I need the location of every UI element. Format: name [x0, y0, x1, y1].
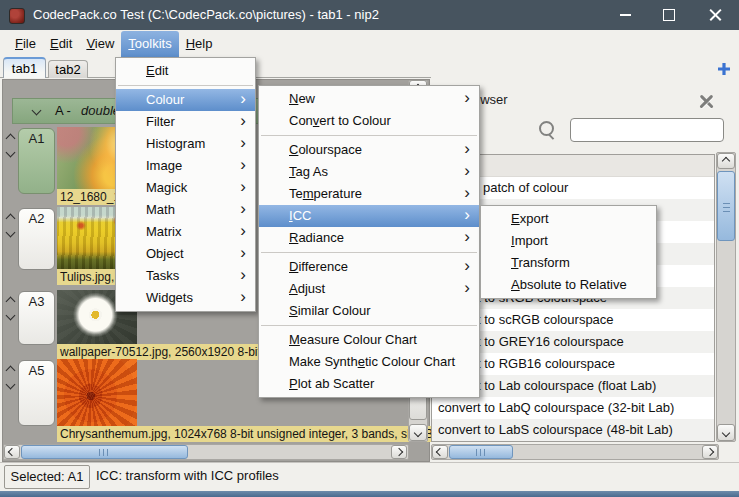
colour-menu-item-plot-ab-scatter[interactable]: Plot ab Scatter — [259, 373, 479, 395]
row-label-A3[interactable]: A3 — [18, 291, 55, 345]
colour-menu-item-measure-colour-chart[interactable]: Measure Colour Chart — [259, 329, 479, 351]
app-icon[interactable] — [9, 8, 25, 24]
toolkits-menu-item-magick[interactable]: Magick› — [116, 177, 255, 199]
menu-item-label: Export — [511, 211, 549, 226]
scroll-down-button[interactable] — [409, 424, 427, 441]
colour-menu-item-radiance[interactable]: Radiance› — [259, 227, 479, 249]
colour-menu-item-tag-as[interactable]: Tag As› — [259, 161, 479, 183]
browser-vertical-scroll-thumb[interactable] — [717, 171, 735, 241]
scroll-left-button[interactable] — [4, 445, 20, 459]
toolkits-menu-item-tasks[interactable]: Tasks› — [116, 265, 255, 287]
row-up-spinner[interactable] — [3, 295, 17, 308]
submenu-arrow-icon: › — [240, 176, 246, 198]
row-up-spinner[interactable] — [3, 364, 17, 377]
scroll-right-button[interactable] — [391, 445, 407, 459]
menu-item-label: Image — [146, 158, 182, 173]
colour-menu-item-temperature[interactable]: Temperature› — [259, 183, 479, 205]
menu-item-label: Convert to Colour — [289, 113, 391, 128]
colour-menu-item-similar-colour[interactable]: Similar Colour — [259, 300, 479, 322]
browser-row[interactable]: convert to LabS colourspace (48-bit Lab) — [432, 419, 714, 441]
menu-item-label: Object — [146, 246, 184, 261]
toolkits-menu-item-object[interactable]: Object› — [116, 243, 255, 265]
row-down-spinner[interactable] — [3, 226, 17, 239]
colour-menu-item-adjust[interactable]: Adjust› — [259, 278, 479, 300]
toolkits-menu-item-histogram[interactable]: Histogram› — [116, 133, 255, 155]
browser-close-icon[interactable] — [699, 94, 714, 109]
row-down-spinner[interactable] — [3, 309, 17, 322]
menu-item-label: Colour — [146, 92, 184, 107]
menubar-item-edit[interactable]: Edit — [43, 31, 79, 57]
browser-horizontal-scroll-thumb[interactable] — [449, 445, 513, 459]
browser-row[interactable]: convert to LabQ colourspace (32-bit Lab) — [432, 397, 714, 419]
add-tab-button[interactable] — [714, 59, 734, 79]
toolkits-menu-item-filter[interactable]: Filter› — [116, 111, 255, 133]
submenu-arrow-icon: › — [240, 242, 246, 264]
menu-item-label: Widgets — [146, 290, 193, 305]
colour-menu-item-make-synthetic-colour-chart[interactable]: Make Synthetic Colour Chart — [259, 351, 479, 373]
scroll-up-button[interactable] — [717, 153, 735, 169]
thumb-grip — [99, 449, 110, 456]
row-down-spinner[interactable] — [3, 146, 17, 159]
toolkits-menu-item-edit[interactable]: Edit — [116, 60, 255, 82]
menu-item-label: Similar Colour — [289, 303, 371, 318]
toolkits-menu-item-colour[interactable]: Colour› — [116, 89, 255, 111]
menu-item-label: New — [289, 91, 315, 106]
tab-tab2[interactable]: tab2 — [48, 60, 88, 78]
window-title: CodecPack.co Test (C:\CodecPack.co\pictu… — [33, 0, 379, 30]
colour-menu-item-icc[interactable]: ICC› — [259, 205, 479, 227]
menu-item-label: Tasks — [146, 268, 179, 283]
close-button[interactable] — [698, 0, 732, 30]
colour-menu-item-difference[interactable]: Difference› — [259, 256, 479, 278]
row-label-A5[interactable]: A5 — [18, 360, 55, 426]
toolkits-menu-item-math[interactable]: Math› — [116, 199, 255, 221]
submenu-arrow-icon: › — [464, 138, 470, 160]
minimize-button[interactable] — [608, 0, 642, 30]
menu-item-label: Math — [146, 202, 175, 217]
menubar-item-help[interactable]: Help — [179, 31, 220, 57]
toolkits-menu-item-matrix[interactable]: Matrix› — [116, 221, 255, 243]
selected-indicator: Selected: A1 — [4, 465, 90, 489]
scroll-right-button[interactable] — [702, 445, 718, 459]
icc-submenu: ExportImportTransformAbsolute to Relativ… — [480, 205, 657, 299]
chevron-down-icon — [5, 228, 15, 238]
icc-menu-item-import[interactable]: Import — [481, 230, 656, 252]
submenu-arrow-icon: › — [464, 87, 470, 109]
submenu-arrow-icon: › — [464, 226, 470, 248]
colour-menu-item-convert-to-colour[interactable]: Convert to Colour — [259, 110, 479, 132]
maximize-button[interactable] — [652, 0, 686, 30]
search-icon — [539, 121, 554, 136]
row-down-spinner[interactable] — [3, 378, 17, 391]
nip2-window: CodecPack.co Test (C:\CodecPack.co\pictu… — [0, 0, 739, 497]
menubar-item-toolkits[interactable]: Toolkits — [121, 31, 178, 57]
toolkits-menu-item-image[interactable]: Image› — [116, 155, 255, 177]
menubar-item-file[interactable]: File — [8, 31, 43, 57]
row-thumbnail-A5[interactable] — [57, 359, 137, 426]
menu-item-label: Measure Colour Chart — [289, 332, 417, 347]
menu-item-label: Transform — [511, 255, 570, 270]
row-label-A1[interactable]: A1 — [18, 128, 55, 194]
colour-menu-item-new[interactable]: New› — [259, 88, 479, 110]
colour-menu-item-colourspace[interactable]: Colourspace› — [259, 139, 479, 161]
row-up-spinner[interactable] — [3, 132, 17, 145]
row-label-A2[interactable]: A2 — [18, 208, 55, 270]
menu-item-label: Tag As — [289, 164, 328, 179]
browser-search-input[interactable] — [570, 118, 724, 142]
chevron-down-icon — [5, 380, 15, 390]
workspace-horizontal-scroll-thumb[interactable] — [21, 445, 188, 459]
icc-menu-item-absolute-to-relative[interactable]: Absolute to Relative — [481, 274, 656, 296]
icc-menu-item-export[interactable]: Export — [481, 208, 656, 230]
scroll-left-button[interactable] — [432, 445, 448, 459]
submenu-arrow-icon: › — [240, 198, 246, 220]
menu-item-label: Plot ab Scatter — [289, 376, 374, 391]
scroll-down-button[interactable] — [717, 424, 735, 441]
menubar-item-view[interactable]: View — [79, 31, 121, 57]
chevron-up-icon — [722, 157, 730, 165]
menu-separator — [261, 325, 477, 326]
menu-separator — [118, 85, 253, 86]
tab-tab1[interactable]: tab1 — [3, 57, 46, 78]
window-frame-bottom — [0, 491, 739, 497]
titlebar: CodecPack.co Test (C:\CodecPack.co\pictu… — [0, 0, 739, 30]
toolkits-menu-item-widgets[interactable]: Widgets› — [116, 287, 255, 309]
icc-menu-item-transform[interactable]: Transform — [481, 252, 656, 274]
row-up-spinner[interactable] — [3, 212, 17, 225]
